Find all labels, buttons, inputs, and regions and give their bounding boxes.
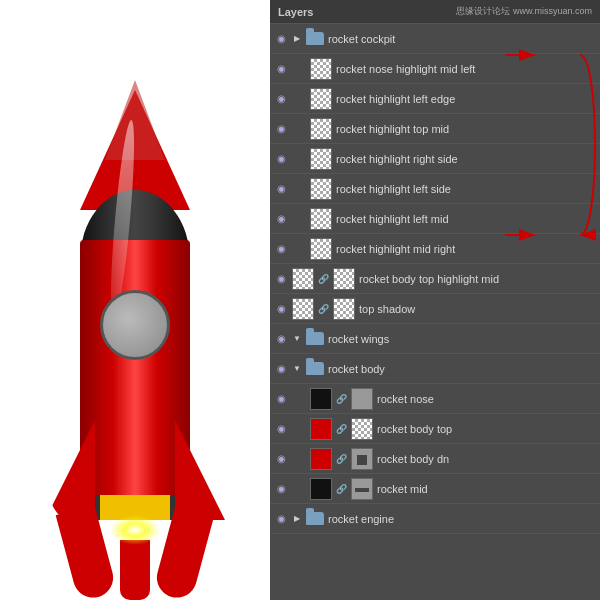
rocket-illustration-panel: [0, 0, 270, 600]
thumb1-9: [292, 268, 314, 290]
layer-name-2: rocket nose highlight mid left: [336, 63, 596, 75]
layer-name-7: rocket highlight left mid: [336, 213, 596, 225]
thumb-8: [310, 238, 332, 260]
layer-row-12[interactable]: ◉▼rocket body: [270, 354, 600, 384]
layer-row-8[interactable]: ◉rocket highlight mid right: [270, 234, 600, 264]
eye-icon-14[interactable]: ◉: [274, 422, 288, 436]
layer-row-16[interactable]: ◉🔗rocket mid: [270, 474, 600, 504]
layer-row-13[interactable]: ◉🔗rocket nose: [270, 384, 600, 414]
eye-icon-4[interactable]: ◉: [274, 122, 288, 136]
eye-icon-1[interactable]: ◉: [274, 32, 288, 46]
folder-icon-1: [306, 32, 324, 45]
link-icon-9: 🔗: [318, 274, 329, 284]
layer-name-15: rocket body dn: [377, 453, 596, 465]
thumb-6: [310, 178, 332, 200]
thumb2-10: [333, 298, 355, 320]
rocket-container: [35, 20, 235, 600]
layer-name-13: rocket nose: [377, 393, 596, 405]
layer-name-10: top shadow: [359, 303, 596, 315]
thumb2-14: [351, 418, 373, 440]
folder-icon-17: [306, 512, 324, 525]
eye-icon-10[interactable]: ◉: [274, 302, 288, 316]
eye-icon-5[interactable]: ◉: [274, 152, 288, 166]
eye-icon-3[interactable]: ◉: [274, 92, 288, 106]
layer-name-8: rocket highlight mid right: [336, 243, 596, 255]
link-icon-16: 🔗: [336, 484, 347, 494]
eye-icon-7[interactable]: ◉: [274, 212, 288, 226]
layer-row-10[interactable]: ◉🔗top shadow: [270, 294, 600, 324]
layer-row-9[interactable]: ◉🔗rocket body top highlight mid: [270, 264, 600, 294]
wing-right: [175, 420, 225, 520]
expand-icon-17[interactable]: ▶: [292, 514, 302, 524]
expand-icon-11[interactable]: ▼: [292, 334, 302, 344]
eye-icon-6[interactable]: ◉: [274, 182, 288, 196]
folder-icon-11: [306, 332, 324, 345]
layer-name-4: rocket highlight top mid: [336, 123, 596, 135]
layer-row-6[interactable]: ◉rocket highlight left side: [270, 174, 600, 204]
layer-name-17: rocket engine: [328, 513, 596, 525]
thumb-4: [310, 118, 332, 140]
link-icon-10: 🔗: [318, 304, 329, 314]
thumb1-13: [310, 388, 332, 410]
layers-list[interactable]: ◉▶rocket cockpit◉rocket nose highlight m…: [270, 24, 600, 600]
thumb-2: [310, 58, 332, 80]
expand-icon-12[interactable]: ▼: [292, 364, 302, 374]
thumb-3: [310, 88, 332, 110]
watermark-text: 思缘设计论坛 www.missyuan.com: [456, 5, 592, 18]
layer-row-15[interactable]: ◉🔗rocket body dn: [270, 444, 600, 474]
eye-icon-9[interactable]: ◉: [274, 272, 288, 286]
eye-icon-8[interactable]: ◉: [274, 242, 288, 256]
layer-row-7[interactable]: ◉rocket highlight left mid: [270, 204, 600, 234]
layer-row-3[interactable]: ◉rocket highlight left edge: [270, 84, 600, 114]
layer-row-2[interactable]: ◉rocket nose highlight mid left: [270, 54, 600, 84]
layer-row-17[interactable]: ◉▶rocket engine: [270, 504, 600, 534]
thumb2-9: [333, 268, 355, 290]
wing-left: [45, 420, 95, 520]
expand-icon-1[interactable]: ▶: [292, 34, 302, 44]
thumb2-15: [351, 448, 373, 470]
layers-header: Layers 思缘设计论坛 www.missyuan.com: [270, 0, 600, 24]
thumb1-15: [310, 448, 332, 470]
layer-row-14[interactable]: ◉🔗rocket body top: [270, 414, 600, 444]
eye-icon-15[interactable]: ◉: [274, 452, 288, 466]
link-icon-13: 🔗: [336, 394, 347, 404]
link-icon-15: 🔗: [336, 454, 347, 464]
eye-icon-13[interactable]: ◉: [274, 392, 288, 406]
eye-icon-11[interactable]: ◉: [274, 332, 288, 346]
thumb1-16: [310, 478, 332, 500]
layers-panel-title: Layers: [278, 6, 313, 18]
layer-name-3: rocket highlight left edge: [336, 93, 596, 105]
thumb1-10: [292, 298, 314, 320]
rocket-engine-glow: [110, 515, 160, 545]
link-icon-14: 🔗: [336, 424, 347, 434]
eye-icon-17[interactable]: ◉: [274, 512, 288, 526]
layer-name-5: rocket highlight right side: [336, 153, 596, 165]
eye-icon-2[interactable]: ◉: [274, 62, 288, 76]
thumb-7: [310, 208, 332, 230]
layer-name-1: rocket cockpit: [328, 33, 596, 45]
layer-row-1[interactable]: ◉▶rocket cockpit: [270, 24, 600, 54]
layer-row-4[interactable]: ◉rocket highlight top mid: [270, 114, 600, 144]
rocket-tip-overlay: [105, 80, 165, 160]
thumb-5: [310, 148, 332, 170]
rocket-body: [80, 240, 190, 520]
layer-name-14: rocket body top: [377, 423, 596, 435]
thumb2-13: [351, 388, 373, 410]
layer-name-12: rocket body: [328, 363, 596, 375]
eye-icon-16[interactable]: ◉: [274, 482, 288, 496]
layer-name-11: rocket wings: [328, 333, 596, 345]
layer-row-5[interactable]: ◉rocket highlight right side: [270, 144, 600, 174]
layer-name-9: rocket body top highlight mid: [359, 273, 596, 285]
layers-panel: Layers 思缘设计论坛 www.missyuan.com ◉▶rocket …: [270, 0, 600, 600]
layer-name-16: rocket mid: [377, 483, 596, 495]
folder-icon-12: [306, 362, 324, 375]
thumb2-16: [351, 478, 373, 500]
rocket-window: [100, 290, 170, 360]
thumb1-14: [310, 418, 332, 440]
layer-row-11[interactable]: ◉▼rocket wings: [270, 324, 600, 354]
eye-icon-12[interactable]: ◉: [274, 362, 288, 376]
leg-center: [120, 540, 150, 600]
layer-name-6: rocket highlight left side: [336, 183, 596, 195]
